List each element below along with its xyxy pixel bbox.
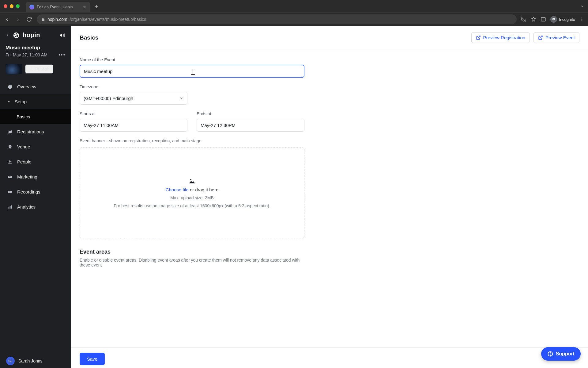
tab-close-icon[interactable]: ✕	[83, 5, 86, 10]
pie-chart-icon	[7, 84, 13, 89]
brand-logo-icon	[13, 32, 20, 39]
svg-marker-1	[531, 17, 536, 21]
page-title: Basics	[80, 34, 98, 41]
svg-point-22	[550, 355, 550, 355]
tab-title: Edit an Event | Hopin	[37, 5, 80, 9]
svg-marker-9	[8, 101, 10, 102]
caret-down-icon	[7, 100, 10, 103]
save-label: Save	[87, 356, 97, 362]
external-link-icon	[476, 35, 481, 40]
svg-rect-15	[10, 206, 11, 209]
panel-icon[interactable]	[541, 17, 546, 22]
timezone-select[interactable]: (GMT+00:00) Edinburgh	[80, 92, 187, 105]
kebab-menu-icon[interactable]	[579, 17, 584, 22]
svg-point-4	[552, 19, 554, 20]
dropzone-line1: Choose file or drag it here	[166, 187, 219, 192]
event-name-input[interactable]	[80, 65, 304, 78]
save-button[interactable]: Save	[80, 353, 105, 365]
event-more-icon[interactable]: •••	[58, 52, 66, 58]
event-thumbnail	[6, 64, 22, 74]
lock-icon	[41, 17, 45, 21]
main-content: Basics Preview Registration Preview Even…	[71, 26, 588, 368]
user-name: Sarah Jonas	[18, 358, 43, 363]
publish-button[interactable]: Publish	[25, 64, 53, 74]
nav-marketing[interactable]: Marketing	[0, 169, 71, 184]
bookmark-star-icon[interactable]	[531, 17, 536, 22]
nav-people-label: People	[17, 159, 32, 164]
forward-button[interactable]	[15, 16, 21, 23]
nav-registrations-label: Registrations	[17, 129, 44, 134]
window-close-button[interactable]	[4, 4, 7, 8]
starts-at-input[interactable]: May-27 11:00AM	[80, 119, 187, 132]
nav-registrations[interactable]: Registrations	[0, 124, 71, 139]
sidebar-back-icon[interactable]	[6, 33, 10, 37]
incognito-label: Incognito	[559, 17, 575, 22]
sidebar: hopin Music meetup Fri, May 27, 11:00 AM…	[0, 26, 71, 368]
ticket-icon	[7, 129, 13, 134]
timezone-label: Timezone	[80, 84, 579, 89]
svg-point-11	[10, 161, 11, 162]
svg-rect-14	[9, 207, 9, 209]
preview-event-label: Preview Event	[545, 35, 575, 40]
tabs-dropdown-icon[interactable]	[580, 4, 584, 8]
svg-point-10	[9, 160, 10, 162]
address-bar-actions: Incognito	[521, 16, 584, 23]
content-scroll[interactable]: Name of the Event Timezone (GMT+00:00) E…	[71, 49, 588, 347]
banner-dropzone[interactable]: Choose file or drag it here Max. upload …	[80, 148, 304, 238]
brand-name: hopin	[23, 32, 40, 39]
browser-tab[interactable]: Edit an Event | Hopin ✕	[26, 2, 90, 12]
support-fab[interactable]: Support	[541, 347, 581, 361]
nav-recordings-label: Recordings	[17, 189, 40, 194]
nav-basics[interactable]: Basics	[0, 109, 71, 124]
starts-label: Starts at	[80, 111, 187, 116]
preview-event-button[interactable]: Preview Event	[533, 32, 579, 43]
nav-recordings[interactable]: Recordings	[0, 184, 71, 199]
choose-file-link[interactable]: Choose file	[166, 187, 189, 192]
chevron-down-icon	[179, 96, 183, 100]
nav-venue[interactable]: Venue	[0, 139, 71, 154]
svg-line-18	[540, 36, 542, 38]
image-icon	[188, 178, 196, 184]
nav-overview[interactable]: Overview	[0, 79, 71, 94]
bar-chart-icon	[7, 205, 13, 209]
svg-point-19	[190, 179, 191, 180]
preview-registration-button[interactable]: Preview Registration	[471, 32, 530, 43]
page-header: Basics Preview Registration Preview Even…	[71, 26, 588, 49]
event-areas-title: Event areas	[80, 249, 579, 255]
megaphone-icon[interactable]	[59, 32, 66, 38]
event-name: Music meetup	[6, 45, 66, 51]
footer-bar: Save	[71, 347, 588, 368]
mail-icon	[7, 174, 13, 179]
drag-text: or drag it here	[189, 187, 219, 192]
ends-label: Ends at	[197, 111, 304, 116]
support-label: Support	[556, 351, 575, 357]
window-controls	[4, 4, 20, 8]
upload-icon	[29, 67, 33, 71]
url-input[interactable]: hopin.com/organisers/events/music-meetup…	[37, 14, 517, 24]
map-pin-icon	[7, 144, 13, 149]
back-button[interactable]	[4, 16, 10, 23]
svg-rect-2	[541, 17, 545, 21]
reload-button[interactable]	[26, 16, 32, 23]
ends-value: May-27 12:30PM	[201, 123, 236, 128]
people-icon	[7, 159, 13, 164]
nav-people[interactable]: People	[0, 154, 71, 169]
incognito-icon	[550, 16, 557, 23]
name-label: Name of the Event	[80, 57, 579, 62]
ends-at-input[interactable]: May-27 12:30PM	[197, 119, 304, 132]
new-tab-button[interactable]: ＋	[94, 2, 99, 10]
incognito-indicator[interactable]: Incognito	[550, 16, 575, 23]
nav-setup[interactable]: Setup	[0, 94, 71, 109]
eye-off-icon[interactable]	[521, 17, 526, 22]
window-minimize-button[interactable]	[10, 4, 13, 8]
dropzone-max: Max. upload size: 2MB	[170, 195, 214, 200]
video-icon	[7, 190, 13, 194]
nav-marketing-label: Marketing	[17, 174, 37, 179]
url-host: hopin.com	[47, 17, 67, 22]
nav-analytics[interactable]: Analytics	[0, 199, 71, 214]
window-maximize-button[interactable]	[16, 4, 20, 8]
sidebar-user[interactable]: SJ Sarah Jonas	[0, 352, 71, 368]
event-date: Fri, May 27, 11:00 AM	[6, 52, 47, 57]
svg-marker-20	[189, 181, 195, 183]
nav-venue-label: Venue	[17, 144, 30, 149]
